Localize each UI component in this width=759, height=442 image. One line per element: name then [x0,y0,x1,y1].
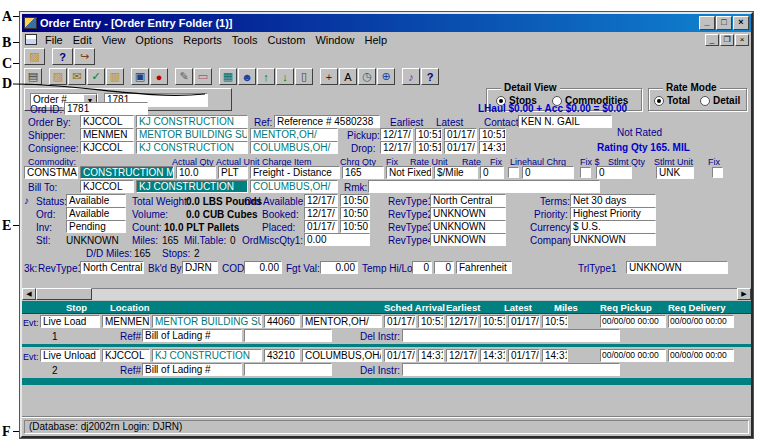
booked-time-field[interactable]: 10:50 [340,207,370,220]
minimize-button[interactable]: _ [699,16,715,30]
charge-item-field[interactable]: Freight - Distance [250,166,340,179]
arrow-up-icon[interactable]: ↑ [257,68,275,85]
terms-field[interactable]: Net 30 days [570,194,656,207]
title-bar[interactable]: Order Entry - [Order Entry Folder (1)] _… [22,14,751,32]
arrow-down-icon[interactable]: ↓ [276,68,294,85]
menu-edit[interactable]: Edit [68,34,97,46]
consignee-code-field[interactable]: KJCCOL [80,141,134,154]
status-field[interactable]: Available [66,194,126,207]
bkd-by-field[interactable]: DJRN [182,261,218,274]
ref-field[interactable]: Reference # 4580238 [274,115,380,128]
open-folder-icon[interactable]: ▨ [24,48,45,65]
stop2-code-field[interactable]: KJCCOL [102,349,150,362]
stop2-late-time-field[interactable]: 14:31 [542,349,568,362]
drop-late-date-field[interactable]: 01/17/ [444,141,477,154]
trltype1-field[interactable]: UNKNOWN [626,261,728,274]
temp-unit-field[interactable]: Fahrenheit [456,261,512,274]
bill-to-code-field[interactable]: KJCCOL [80,180,134,193]
toolbar-help-icon[interactable]: ? [421,68,439,85]
company-field[interactable]: UNKNOWN [570,233,656,246]
bill-to-city-field[interactable]: COLUMBUS,OH/ [250,180,338,193]
ord-available-time-field[interactable]: 10:50 [340,194,370,207]
chrg-qty-field[interactable]: 165 [342,166,384,179]
clock-icon[interactable]: ◷ [358,68,376,85]
stop1-sched-time-field[interactable]: 10:51 [418,315,444,328]
stop2-zip-field[interactable]: 43210 [264,349,300,362]
stop1-ref2-field[interactable] [244,329,332,342]
menu-options[interactable]: Options [130,34,178,46]
exit-icon[interactable]: ↪ [74,48,95,65]
fix-stlmt-checkbox[interactable] [712,167,723,178]
globe-icon[interactable]: ⊕ [377,68,395,85]
stop2-event-field[interactable]: Live Unload [40,349,100,362]
fgt-val-field[interactable]: 0.00 [320,261,358,274]
pickup-early-time-field[interactable]: 10:51 [415,128,442,141]
ord-available-date-field[interactable]: 12/17/ [304,194,338,207]
consignee-name-field[interactable]: KJ CONSTRUCTION [136,141,248,154]
horizontal-scrollbar[interactable] [22,288,751,300]
ord-id-field[interactable]: 1781 [64,102,148,115]
contact-field[interactable]: KEN N. GAIL [518,115,612,128]
order-by-code-field[interactable]: KJCCOL [80,115,134,128]
stop2-ref-field[interactable]: Bill of Lading # [142,363,242,376]
temp-hi-field[interactable]: 0 [412,261,432,274]
rate-unit-field[interactable]: $/Mile [434,166,478,179]
scroll-left-icon[interactable]: ◀ [22,288,36,300]
mdi-minimize-button[interactable]: _ [705,34,719,46]
menu-tools[interactable]: Tools [227,34,263,46]
stop2-sched-time-field[interactable]: 14:31 [418,349,444,362]
stop1-sched-date-field[interactable]: 01/17/ [384,315,416,328]
stop1-late-date-field[interactable]: 01/17/ [508,315,540,328]
stop2-del-instr-field[interactable] [402,363,620,376]
revtype4-field[interactable]: UNKNOWN [430,233,506,246]
stlmt-qty-field[interactable]: 0 [596,166,632,179]
stop2-req-pickup-field[interactable]: 00/00/00 00:00 [600,349,666,362]
placed-time-field[interactable]: 10:50 [340,220,370,233]
bill-to-name-field[interactable]: KJ CONSTRUCTION [136,180,248,193]
menu-window[interactable]: Window [310,34,359,46]
stop2-late-date-field[interactable]: 01/17/ [508,349,540,362]
mdi-close-button[interactable]: × [735,34,749,46]
stop1-code-field[interactable]: MENMEN [102,315,150,328]
menu-reports[interactable]: Reports [178,34,227,46]
clipboard-icon[interactable]: ▦ [219,68,237,85]
fix-rate-checkbox[interactable] [508,167,519,178]
priority-field[interactable]: Highest Priority [570,207,656,220]
linehaul-chrg-field[interactable]: 0 [522,166,574,179]
child-window-icon[interactable] [25,34,37,45]
ord-misc-field[interactable]: 0.00 [304,233,370,246]
scroll-right-icon[interactable]: ▶ [737,288,751,300]
currency-field[interactable]: $ U.S. [570,220,656,233]
stop1-city-field[interactable]: MENTOR,OH/ [302,315,382,328]
fix-dollar-checkbox[interactable] [580,167,591,178]
menu-file[interactable]: File [40,34,68,46]
shipper-name-field[interactable]: MENTOR BUILDING SUF [136,128,248,141]
stop1-early-date-field[interactable]: 12/17/ [446,315,478,328]
page-icon[interactable]: ▯ [295,68,313,85]
drop-late-time-field[interactable]: 14:31 [479,141,506,154]
booking-revtype1-field[interactable]: North Central [80,261,144,274]
stop2-early-date-field[interactable]: 12/17/ [446,349,478,362]
inv-field[interactable]: Pending [66,220,126,233]
temp-lo-field[interactable]: 0 [434,261,454,274]
stop1-zip-field[interactable]: 44060 [264,315,300,328]
music-note-icon[interactable]: ♪ [402,68,420,85]
actual-unit-field[interactable]: PLT [218,166,248,179]
stop2-ref-label[interactable]: Ref# [120,365,141,377]
stop2-ref2-field[interactable] [244,363,332,376]
record-icon[interactable]: ● [150,68,168,85]
drop-early-date-field[interactable]: 12/17/ [380,141,413,154]
actual-qty-field[interactable]: 10.0 [176,166,216,179]
stop1-req-delivery-field[interactable]: 00/00/00 00:00 [668,315,734,328]
stop1-del-instr-field[interactable] [402,329,620,342]
scrollbar-thumb[interactable] [36,288,92,300]
stop2-city-field[interactable]: COLUMBUS,OH/ [302,349,382,362]
ord-field[interactable]: Available [66,207,126,220]
mdi-restore-button[interactable]: ❐ [720,34,734,46]
revtype2-field[interactable]: UNKNOWN [430,207,506,220]
folder-check-icon[interactable]: ✓ [87,68,105,85]
drop-early-time-field[interactable]: 10:51 [415,141,442,154]
stop1-ref-field[interactable]: Bill of Lading # [142,329,242,342]
print-icon[interactable]: ▤ [24,68,42,85]
open-icon[interactable]: ▨ [49,68,67,85]
